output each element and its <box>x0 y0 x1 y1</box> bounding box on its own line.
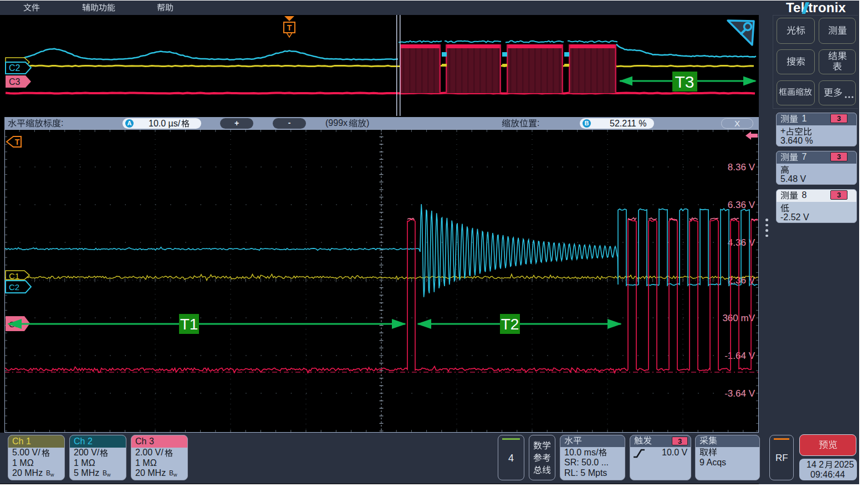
svg-text:C3: C3 <box>9 77 21 87</box>
svg-text:C2: C2 <box>9 63 21 73</box>
svg-text:T: T <box>287 23 292 32</box>
svg-text:T3: T3 <box>675 73 694 91</box>
